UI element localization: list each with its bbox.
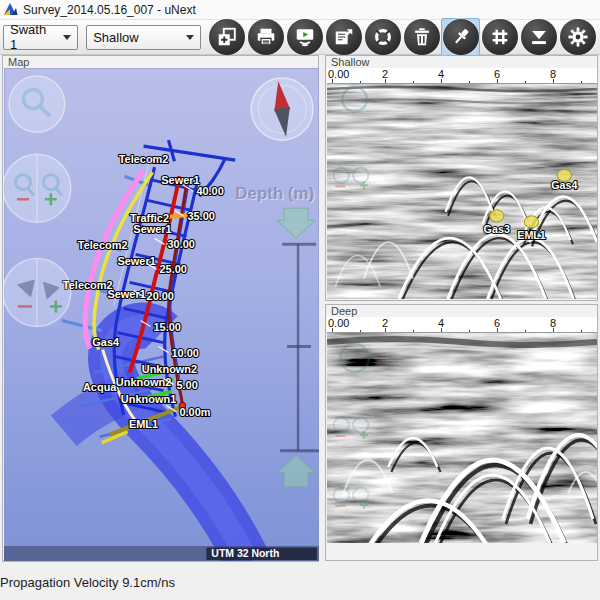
shallow-axis: 0.002468: [327, 68, 597, 84]
grid-icon: [489, 26, 511, 48]
map-label: 40.00: [196, 185, 223, 197]
toolbar-button-grid[interactable]: [480, 18, 519, 57]
pages-add-icon: [216, 26, 238, 48]
deep-radargram[interactable]: [327, 333, 597, 543]
crs-label: UTM 32 North: [211, 548, 279, 559]
toolbar-button-delete[interactable]: [402, 18, 441, 57]
zoom-in-out-buttons[interactable]: [4, 154, 71, 222]
radargram-marker-label: Gas3: [484, 223, 510, 235]
map-label: Unknown2: [142, 363, 197, 375]
save-export-icon: [333, 26, 355, 48]
deep-axis: 0.002468: [327, 317, 597, 333]
toolbar-button-download[interactable]: [519, 18, 558, 57]
toolbar-button-export[interactable]: [324, 18, 363, 57]
map-label: 15.00: [154, 321, 181, 333]
toolbar-button-pin-marker[interactable]: [441, 18, 480, 57]
depth-axis-label: Depth (m): [235, 184, 314, 203]
target-ring-icon: [372, 26, 394, 48]
radargram-marker-label: Gas4: [551, 180, 577, 192]
deep-panel-title: Deep: [331, 305, 357, 317]
chevron-down-icon: [186, 35, 194, 40]
map-label: Sewer1: [133, 223, 171, 235]
map-label: Telecom2: [119, 153, 169, 165]
map-label: 20.00: [147, 290, 174, 302]
swath-dropdown[interactable]: Swath 1: [3, 25, 78, 50]
screen-play-icon: [294, 26, 316, 48]
shallow-radargram[interactable]: Gas3EML1Gas4: [327, 84, 597, 299]
radargram-marker-label: EML1: [517, 229, 546, 241]
app-logo-icon: [3, 2, 18, 17]
status-bar: Propagation Velocity 9.1cm/ns: [0, 562, 600, 600]
map-label: Gas4: [92, 336, 120, 348]
shallow-panel-title: Shallow: [331, 56, 370, 68]
map-label: 35.00: [187, 210, 214, 222]
map-label: 25.00: [160, 263, 187, 275]
propagation-velocity-text: Propagation Velocity 9.1cm/ns: [0, 575, 175, 590]
application-window: Survey_2014.05.16_007 - uNext Swath 1 Sh…: [0, 0, 600, 600]
chevron-down-icon: [63, 35, 71, 40]
map-label: Unknown1: [121, 393, 176, 405]
map-panel-title: Map: [8, 56, 29, 68]
deep-panel: Deep 0.002468: [325, 304, 598, 561]
map-label: 0.00m: [179, 406, 210, 418]
map-view[interactable]: Telecom2Sewer1Traffic2Sewer1Telecom2Sewe…: [4, 68, 319, 561]
map-label: 30.00: [167, 238, 194, 250]
view-dropdown-value: Shallow: [93, 30, 139, 45]
trash-icon: [411, 26, 433, 48]
compass[interactable]: [251, 78, 313, 140]
view-dropdown[interactable]: Shallow: [86, 25, 201, 50]
toolbar-buttons: [207, 18, 597, 57]
eject-down-icon: [528, 26, 550, 48]
toolbar-button-locate[interactable]: [363, 18, 402, 57]
tilt-buttons[interactable]: [4, 258, 71, 326]
printer-icon: [255, 26, 277, 48]
gear-icon: [567, 26, 589, 48]
toolbar: Swath 1 Shallow: [0, 20, 600, 55]
map-label: Telecom2: [78, 239, 128, 251]
map-overlay-controls: [4, 76, 71, 327]
map-label: 5.00: [176, 379, 197, 391]
toolbar-button-settings[interactable]: [558, 18, 597, 57]
toolbar-button-scan-view[interactable]: [285, 18, 324, 57]
swath-dropdown-value: Swath 1: [10, 22, 55, 52]
map-label: 10.00: [171, 347, 198, 359]
toolbar-button-new-view[interactable]: [207, 18, 246, 57]
crs-band: UTM 32 North: [4, 546, 319, 561]
zoom-tool-button[interactable]: [9, 76, 65, 132]
map-label: EML1: [129, 418, 158, 430]
pushpin-icon: [450, 26, 472, 48]
toolbar-button-print[interactable]: [246, 18, 285, 57]
map-label: Acqua: [83, 381, 117, 393]
map-label: Unknown2: [116, 376, 171, 388]
shallow-panel: Shallow 0.002468: [325, 55, 598, 301]
map-panel: Map: [2, 55, 319, 562]
window-title: Survey_2014.05.16_007 - uNext: [23, 3, 196, 17]
map-label: Sewer1: [161, 174, 199, 186]
